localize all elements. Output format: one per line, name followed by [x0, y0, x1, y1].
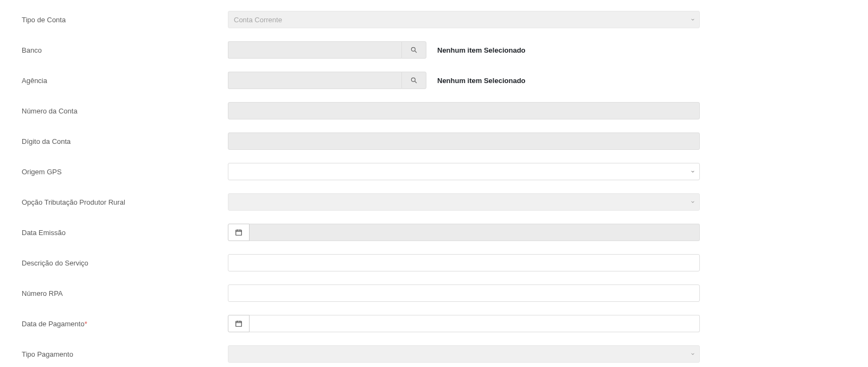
calendar-data-pagamento-button[interactable]	[228, 315, 250, 332]
label-numero-rpa: Número RPA	[22, 289, 228, 298]
svg-point-0	[411, 47, 415, 51]
svg-line-1	[415, 51, 417, 53]
calendar-data-emissao-button[interactable]	[228, 224, 250, 241]
label-agencia: Agência	[22, 77, 228, 85]
svg-rect-8	[236, 321, 242, 326]
label-data-emissao: Data Emissão	[22, 229, 228, 237]
calendar-icon	[235, 229, 242, 236]
select-tipo-pagamento	[228, 345, 700, 363]
search-banco-button[interactable]	[401, 41, 426, 59]
input-agencia[interactable]	[228, 72, 401, 89]
search-icon	[410, 46, 418, 54]
input-descricao-servico[interactable]	[228, 254, 700, 271]
row-digito-conta: Dígito da Conta	[22, 132, 846, 150]
label-descricao-servico: Descrição do Serviço	[22, 259, 228, 267]
input-numero-rpa[interactable]	[228, 284, 700, 302]
label-numero-conta: Número da Conta	[22, 107, 228, 115]
status-banco: Nenhum item Selecionado	[437, 46, 526, 54]
svg-line-3	[415, 81, 417, 83]
label-data-pagamento: Data de Pagamento*	[22, 320, 228, 328]
row-banco: Banco Nenhum item Selecionado	[22, 41, 846, 59]
calendar-icon	[235, 320, 242, 327]
status-agencia: Nenhum item Selecionado	[437, 77, 526, 85]
label-tipo-conta: Tipo de Conta	[22, 16, 228, 24]
row-descricao-servico: Descrição do Serviço	[22, 254, 846, 271]
label-tipo-pagamento: Tipo Pagamento	[22, 350, 228, 358]
search-icon	[410, 77, 418, 84]
input-numero-conta	[228, 102, 700, 119]
select-tipo-conta: Conta Corrente	[228, 11, 700, 28]
row-opcao-tributacao: Opção Tributação Produtor Rural	[22, 193, 846, 211]
label-opcao-tributacao: Opção Tributação Produtor Rural	[22, 198, 228, 206]
search-agencia-button[interactable]	[401, 72, 426, 89]
row-tipo-conta: Tipo de Conta Conta Corrente	[22, 11, 846, 28]
svg-point-2	[411, 78, 415, 81]
select-opcao-tributacao	[228, 193, 700, 211]
select-origem-gps[interactable]	[228, 163, 700, 180]
row-data-emissao: Data Emissão	[22, 224, 846, 241]
label-digito-conta: Dígito da Conta	[22, 137, 228, 145]
row-tipo-pagamento: Tipo Pagamento	[22, 345, 846, 363]
row-numero-conta: Número da Conta	[22, 102, 846, 119]
row-numero-rpa: Número RPA	[22, 284, 846, 302]
input-data-pagamento[interactable]	[250, 315, 700, 332]
input-digito-conta	[228, 132, 700, 150]
svg-rect-4	[236, 230, 242, 235]
required-marker: *	[85, 320, 87, 328]
row-data-pagamento: Data de Pagamento*	[22, 315, 846, 332]
row-origem-gps: Origem GPS	[22, 163, 846, 180]
input-banco[interactable]	[228, 41, 401, 59]
row-agencia: Agência Nenhum item Selecionado	[22, 72, 846, 89]
label-banco: Banco	[22, 46, 228, 54]
label-origem-gps: Origem GPS	[22, 168, 228, 176]
input-data-emissao	[250, 224, 700, 241]
